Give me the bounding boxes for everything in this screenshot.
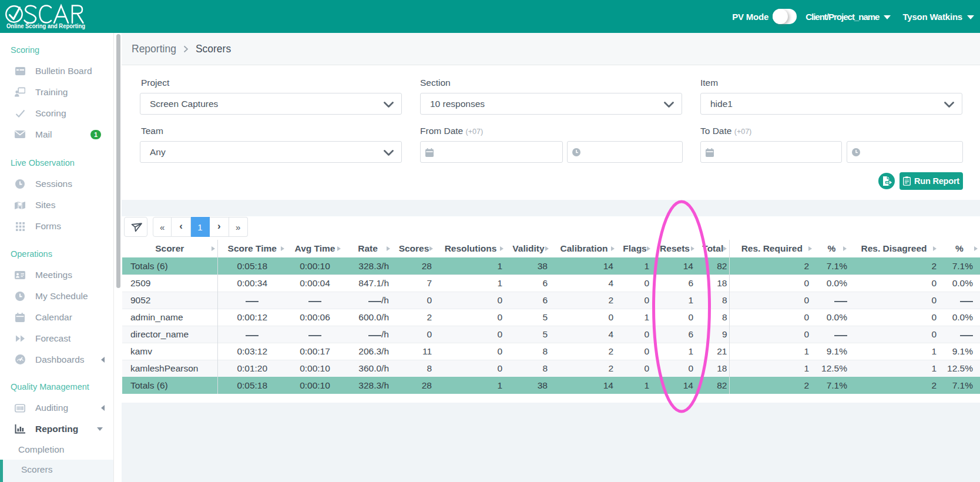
svg-text:Online Scoring and Reporting: Online Scoring and Reporting [6,22,85,29]
